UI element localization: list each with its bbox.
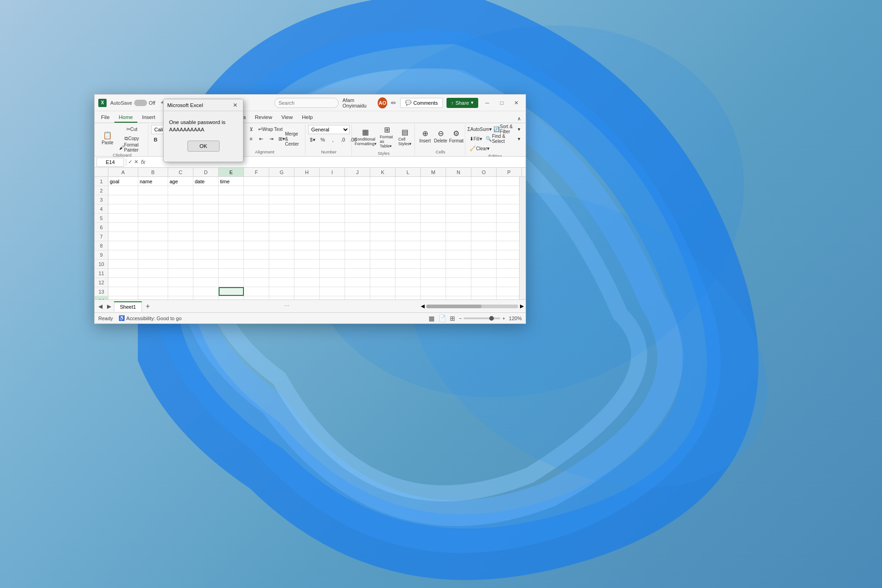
dialog-close-button[interactable]: ✕	[231, 101, 239, 109]
excel-dialog: Microsoft Excel ✕ One usable password is…	[163, 99, 243, 162]
dialog-message: One usable password is AAAAAAAAAA	[169, 119, 237, 133]
dialog-titlebar: Microsoft Excel ✕	[164, 99, 243, 111]
dialog-body: One usable password is AAAAAAAAAA OK	[164, 111, 243, 162]
dialog-footer: OK	[169, 141, 237, 156]
modal-overlay: Microsoft Excel ✕ One usable password is…	[0, 0, 882, 588]
dialog-ok-button[interactable]: OK	[187, 141, 220, 152]
dialog-title: Microsoft Excel	[167, 102, 203, 108]
